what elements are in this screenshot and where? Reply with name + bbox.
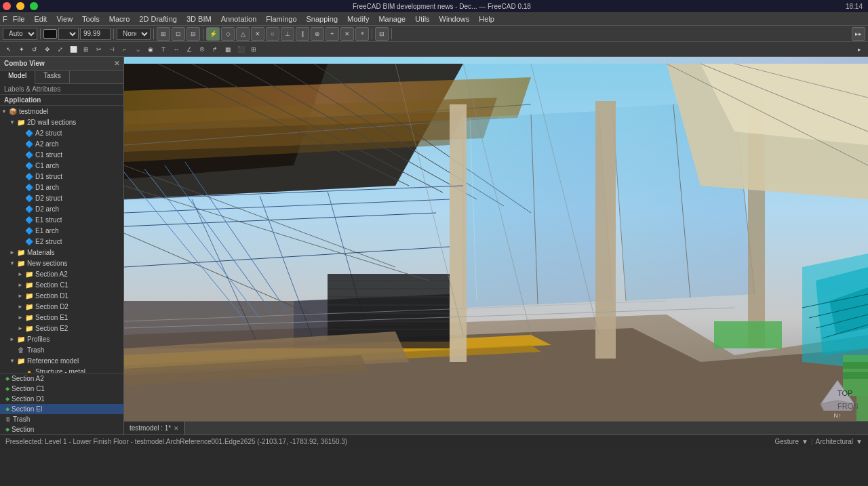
menu-item-2d drafting[interactable]: 2D Drafting	[135, 14, 181, 24]
menu-item-flamingo[interactable]: Flamingo	[262, 14, 300, 24]
move-btn[interactable]: ✥	[41, 43, 54, 56]
bottom-section-ei[interactable]: ◆ Section EI	[0, 404, 123, 414]
tree-toggle-e2-struct[interactable]	[16, 237, 24, 245]
menu-item-annotation[interactable]: Annotation	[217, 14, 261, 24]
tree-item-e2-struct[interactable]: 🔷E2 struct	[0, 236, 123, 247]
tree-toggle-new-sections[interactable]: ▼	[8, 259, 16, 267]
menu-item-manage[interactable]: Manage	[374, 14, 410, 24]
tree-toggle-profiles[interactable]: ►	[8, 335, 16, 343]
close-button[interactable]	[3, 2, 11, 10]
view-dropdown-icon[interactable]: ▼	[856, 438, 863, 445]
tree-toggle-materials[interactable]: ►	[8, 248, 16, 256]
more2-btn[interactable]: ▸	[853, 43, 865, 56]
tree-item-d1-arch[interactable]: 🔷D1 arch	[0, 182, 123, 193]
trim-btn[interactable]: ✂	[93, 43, 105, 56]
tree-item-section-d2[interactable]: ►📁Section D2	[0, 301, 123, 312]
bottom-section-a2[interactable]: ◆ Section A2	[0, 373, 123, 384]
grid-btn[interactable]: ⊞	[157, 27, 170, 41]
snap-ext[interactable]: ⊕	[311, 27, 324, 41]
tree-toggle-section-e1[interactable]: ►	[16, 313, 24, 321]
menu-item-tools[interactable]: Tools	[78, 14, 104, 24]
angle-btn[interactable]: ∠	[183, 43, 195, 56]
del-snap[interactable]: ✕	[340, 27, 354, 41]
tree-toggle-e1-struct[interactable]	[16, 216, 24, 224]
tree-container[interactable]: ▼📦testmodel▼📁2D wall sections🔷A2 struct🔷…	[0, 106, 123, 373]
tree-toggle-section-a2[interactable]: ►	[16, 270, 24, 278]
viewport-tab-testmodel[interactable]: testmodel : 1* ✕	[124, 422, 185, 435]
menu-item-3d bim[interactable]: 3D BIM	[182, 14, 216, 24]
tab-tasks[interactable]: Tasks	[35, 70, 70, 83]
tab-close-icon[interactable]: ✕	[174, 425, 179, 432]
bottom-section-c1[interactable]: ◆ Section C1	[0, 384, 123, 394]
tree-item-section-a2[interactable]: ►📁Section A2	[0, 268, 123, 279]
tree-toggle-section-d2[interactable]: ►	[16, 302, 24, 310]
tree-item-structure-metal[interactable]: ●Structure - metal	[0, 366, 123, 373]
tree-toggle-2d-wall-sections[interactable]: ▼	[8, 118, 16, 126]
tree-toggle-section-c1[interactable]: ►	[16, 281, 24, 289]
menu-item-snapping[interactable]: Snapping	[302, 14, 342, 24]
tree-item-e1-arch[interactable]: 🔷E1 arch	[0, 225, 123, 236]
snap-select[interactable]: None	[117, 28, 151, 40]
tree-item-d2-struct[interactable]: 🔷D2 struct	[0, 193, 123, 203]
bottom-section-d1[interactable]: ◆ Section D1	[0, 394, 123, 404]
menu-item-utils[interactable]: Utils	[411, 14, 433, 24]
3d-scene[interactable]: testmodel : 1* ✕ TOP FRONT N↑	[124, 57, 868, 434]
tree-item-section-d1[interactable]: ►📁Section D1	[0, 290, 123, 301]
tree-toggle-d1-arch[interactable]	[16, 183, 24, 191]
tree-item-d2-arch[interactable]: 🔷D2 arch	[0, 203, 123, 214]
menu-item-modify[interactable]: Modify	[343, 14, 373, 24]
hatch-btn[interactable]: ▦	[222, 43, 234, 56]
tree-item-new-sections[interactable]: ▼📁New sections	[0, 258, 123, 268]
nav-dropdown-icon[interactable]: ▼	[802, 438, 808, 445]
tree-item-c1-struct[interactable]: 🔷C1 struct	[0, 149, 123, 160]
leader-btn[interactable]: ↱	[209, 43, 221, 56]
join-btn[interactable]: ⌐	[119, 43, 131, 56]
tree-toggle-e1-arch[interactable]	[16, 226, 24, 235]
tree-toggle-section-d1[interactable]: ►	[16, 291, 24, 300]
tree-toggle-section-e2[interactable]: ►	[16, 324, 24, 332]
tree-toggle-a2-arch[interactable]	[16, 140, 24, 148]
tree-toggle-a2-struct[interactable]	[16, 129, 24, 137]
arr-btn[interactable]: ⊞	[80, 43, 92, 56]
snap-lock[interactable]: ⌖	[355, 27, 369, 41]
tree-toggle-trash[interactable]	[8, 346, 16, 354]
insert-btn[interactable]: ⊞	[248, 43, 260, 56]
shape-btn[interactable]: ◉	[144, 43, 157, 56]
tree-item-section-c1[interactable]: ►📁Section C1	[0, 279, 123, 290]
more-btn[interactable]: ▸▸	[852, 27, 865, 41]
tree-item-section-e1[interactable]: ►📁Section E1	[0, 312, 123, 323]
snap-on[interactable]: ⚡	[206, 27, 220, 41]
menu-item-help[interactable]: Help	[475, 14, 498, 24]
text-btn[interactable]: T	[157, 43, 170, 56]
linewidth-select[interactable]: 1o	[58, 28, 79, 40]
sel-btn[interactable]: ↖	[3, 43, 15, 56]
snap-int[interactable]: ✕	[251, 27, 264, 41]
rotate-btn[interactable]: ↺	[28, 43, 41, 56]
add-snap[interactable]: +	[326, 27, 339, 41]
tree-toggle-testmodel[interactable]: ▼	[0, 107, 8, 115]
tree-toggle-d2-arch[interactable]	[16, 205, 24, 213]
menu-item-view[interactable]: View	[52, 14, 77, 24]
tree-item-c1-arch[interactable]: 🔷C1 arch	[0, 160, 123, 171]
maximize-button[interactable]	[30, 2, 38, 10]
mirror-btn[interactable]: ⬜	[67, 43, 79, 56]
tree-toggle-d2-struct[interactable]	[16, 194, 24, 202]
tree-item-a2-struct[interactable]: 🔷A2 struct	[0, 127, 123, 138]
snap-perp[interactable]: ⊥	[281, 27, 294, 41]
menu-item-macro[interactable]: Macro	[105, 14, 134, 24]
tree-item-a2-arch[interactable]: 🔷A2 arch	[0, 138, 123, 149]
tree-toggle-reference-model[interactable]: ▼	[8, 357, 16, 365]
tree-toggle-c1-struct[interactable]	[16, 150, 24, 159]
toggle-btn[interactable]: ⊟	[375, 27, 389, 41]
point-btn[interactable]: ✦	[16, 43, 28, 56]
tree-toggle-d1-struct[interactable]	[16, 172, 24, 180]
ext-btn[interactable]: ⊣	[106, 43, 118, 56]
menu-item-file[interactable]: File	[9, 14, 29, 24]
tree-item-trash[interactable]: 🗑Trash	[0, 344, 123, 355]
bottom-section-footer[interactable]: ◆ Section	[0, 424, 123, 434]
tree-item-d1-struct[interactable]: 🔷D1 struct	[0, 171, 123, 182]
close-panel-icon[interactable]: ✕	[114, 60, 119, 67]
tree-toggle-c1-arch[interactable]	[16, 161, 24, 169]
navigation-cube[interactable]: TOP FRONT N↑	[817, 377, 858, 411]
tree-item-materials[interactable]: ►📁Materials	[0, 247, 123, 258]
